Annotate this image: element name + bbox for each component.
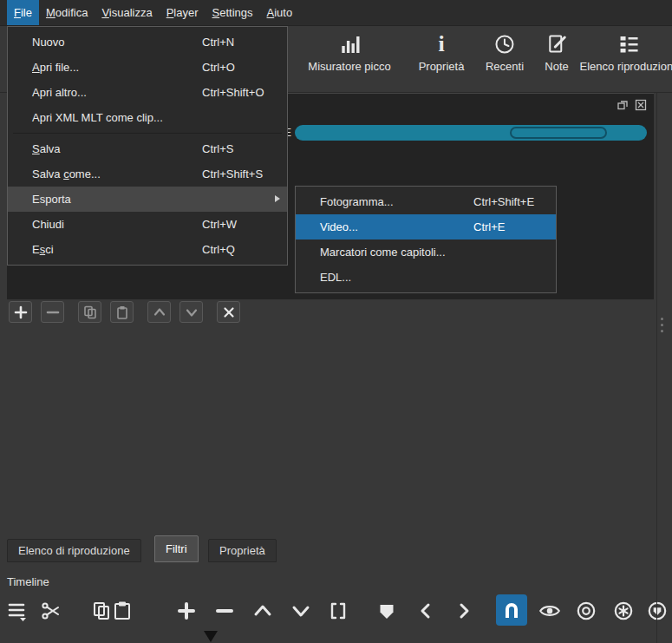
previous-marker-icon[interactable] xyxy=(411,596,440,626)
menu-aiuto[interactable]: Aiuto xyxy=(260,0,300,25)
info-icon: i xyxy=(419,31,465,57)
menu-settings[interactable]: Settings xyxy=(206,0,260,25)
menu-item-video[interactable]: Video... Ctrl+E xyxy=(296,214,556,239)
export-submenu-dropdown: Fotogramma... Ctrl+Shift+E Video... Ctrl… xyxy=(295,186,557,293)
menu-item-esci[interactable]: Esci Ctrl+Q xyxy=(8,237,287,262)
copy-filter-button[interactable] xyxy=(78,301,101,323)
append-plus-icon[interactable] xyxy=(172,596,201,626)
menu-item-esporta[interactable]: Esporta xyxy=(8,187,287,212)
ripple-icon[interactable] xyxy=(571,596,601,626)
menu-item-marcatori-come-capitoli[interactable]: Marcatori come capitoli... xyxy=(296,239,556,265)
shortcut-label: Ctrl+Q xyxy=(202,237,235,262)
deselect-filter-button[interactable] xyxy=(217,301,240,323)
shortcut-label: Ctrl+O xyxy=(202,55,235,80)
submenu-arrow-icon xyxy=(275,195,280,202)
timeline-hamburger-menu-icon[interactable] xyxy=(3,596,32,626)
playlist-icon xyxy=(580,31,672,57)
tab-filtri[interactable]: Filtri xyxy=(154,535,199,562)
close-panel-icon[interactable] xyxy=(635,99,647,115)
tab-elenco-di-riproduzione[interactable]: Elenco di riproduzione xyxy=(7,539,141,562)
tab-proprieta[interactable]: Proprietà xyxy=(208,539,277,562)
note-icon xyxy=(545,31,568,57)
ripple-markers-icon[interactable] xyxy=(643,596,672,626)
ripple-all-tracks-icon[interactable] xyxy=(609,596,638,626)
shortcut-label: Ctrl+Shift+E xyxy=(473,189,534,214)
shortcut-label: Ctrl+Shift+O xyxy=(202,80,264,105)
menu-separator xyxy=(13,133,282,134)
add-filter-button[interactable] xyxy=(9,301,32,323)
bar-highlight-outline xyxy=(510,127,607,139)
scrub-eye-icon[interactable] xyxy=(535,596,564,626)
toolbar-button-label: Note xyxy=(545,60,568,73)
menu-modifica[interactable]: Modifica xyxy=(39,0,95,25)
toolbar-button-label: Proprietà xyxy=(419,60,465,73)
menu-visualizza[interactable]: Visualizza xyxy=(95,0,159,25)
menu-player[interactable]: Player xyxy=(160,0,206,25)
file-menu-dropdown: Nuovo Ctrl+N Apri file... Ctrl+O Apri al… xyxy=(7,26,288,266)
playhead-marker[interactable] xyxy=(204,631,218,642)
paste-filter-button[interactable] xyxy=(110,301,134,323)
shortcut-label: Ctrl+W xyxy=(202,212,237,237)
meter-icon xyxy=(308,31,390,57)
scrollbar-handle[interactable] xyxy=(661,318,663,332)
right-divider xyxy=(656,93,657,643)
clock-icon xyxy=(486,31,524,57)
menu-item-nuovo[interactable]: Nuovo Ctrl+N xyxy=(8,30,287,55)
menu-item-salva-come[interactable]: Salva come... Ctrl+Shift+S xyxy=(8,161,287,187)
menu-file[interactable]: File xyxy=(7,0,39,25)
menu-item-apri-xml-mlt[interactable]: Apri XML MLT come clip... xyxy=(8,105,287,130)
toolbar-button-note[interactable]: Note xyxy=(545,31,568,73)
menu-item-salva[interactable]: Salva Ctrl+S xyxy=(8,136,287,161)
split-icon[interactable] xyxy=(323,596,353,626)
ripple-delete-minus-icon[interactable] xyxy=(210,596,239,626)
menu-item-apri-file[interactable]: Apri file... Ctrl+O xyxy=(8,55,287,80)
scissors-icon[interactable] xyxy=(36,596,66,626)
remove-filter-button[interactable] xyxy=(41,301,64,323)
shortcut-label: Ctrl+N xyxy=(202,30,234,55)
menu-item-chiudi[interactable]: Chiudi Ctrl+W xyxy=(8,212,287,237)
menu-item-fotogramma[interactable]: Fotogramma... Ctrl+Shift+E xyxy=(296,189,556,214)
move-filter-down-button[interactable] xyxy=(179,301,203,323)
paste-icon[interactable] xyxy=(108,596,137,626)
move-filter-up-button[interactable] xyxy=(147,301,171,323)
menu-item-apri-altro[interactable]: Apri altro... Ctrl+Shift+O xyxy=(8,80,287,105)
app-window: File Modifica Visualizza Player Settings… xyxy=(0,0,672,643)
menu-item-edl[interactable]: EDL... xyxy=(296,265,556,290)
selected-filter-bar[interactable] xyxy=(295,125,647,141)
float-panel-icon[interactable] xyxy=(617,99,629,115)
snap-magnet-icon[interactable] xyxy=(496,594,527,626)
lift-chevron-up-icon[interactable] xyxy=(248,596,277,626)
next-marker-icon[interactable] xyxy=(449,596,479,626)
toolbar-button-misuratore-picco[interactable]: Misuratore picco xyxy=(308,31,390,73)
timeline-panel-title: Timeline xyxy=(7,575,49,588)
shortcut-label: Ctrl+E xyxy=(473,214,505,239)
menubar: File Modifica Visualizza Player Settings… xyxy=(0,0,672,26)
toolbar-button-label: Recenti xyxy=(486,60,524,73)
filters-toolbar xyxy=(9,301,240,323)
toolbar-button-proprieta[interactable]: i Proprietà xyxy=(419,31,465,73)
overwrite-chevron-down-icon[interactable] xyxy=(286,596,316,626)
panel-controls xyxy=(617,99,647,115)
toolbar-button-recenti[interactable]: Recenti xyxy=(486,31,524,73)
shortcut-label: Ctrl+Shift+S xyxy=(202,161,263,187)
toolbar-button-elenco-riproduzione[interactable]: Elenco riproduzione xyxy=(580,31,672,73)
toolbar-button-label: Elenco riproduzione xyxy=(580,60,672,73)
shortcut-label: Ctrl+S xyxy=(202,136,233,161)
marker-icon[interactable] xyxy=(372,596,401,626)
toolbar-button-label: Misuratore picco xyxy=(308,60,390,73)
